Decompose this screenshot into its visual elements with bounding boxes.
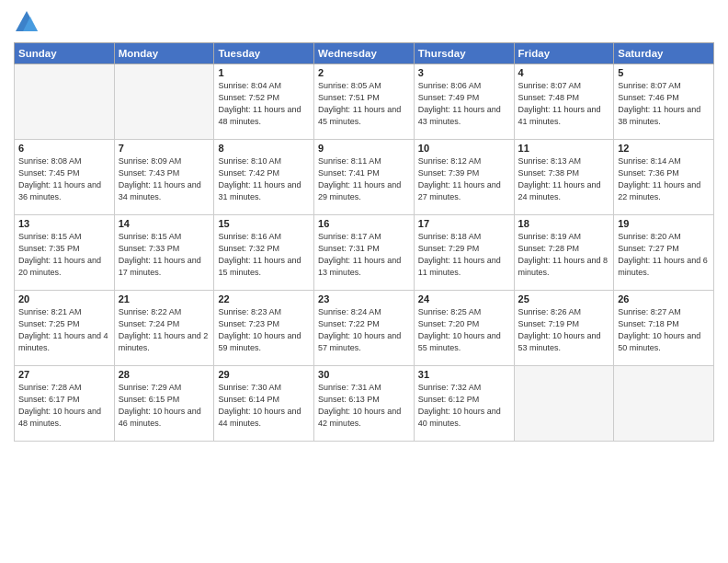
day-info: Sunrise: 8:27 AMSunset: 7:18 PMDaylight:…	[618, 306, 710, 354]
logo-icon	[14, 9, 40, 35]
calendar-cell: 29Sunrise: 7:30 AMSunset: 6:14 PMDayligh…	[214, 366, 314, 442]
day-info: Sunrise: 8:12 AMSunset: 7:39 PMDaylight:…	[418, 155, 510, 203]
day-info: Sunrise: 8:10 AMSunset: 7:42 PMDaylight:…	[218, 155, 310, 203]
calendar-cell: 17Sunrise: 8:18 AMSunset: 7:29 PMDayligh…	[414, 215, 514, 291]
day-info: Sunrise: 8:23 AMSunset: 7:23 PMDaylight:…	[218, 306, 310, 354]
day-number: 1	[218, 67, 310, 78]
calendar-cell: 1Sunrise: 8:04 AMSunset: 7:52 PMDaylight…	[214, 64, 314, 140]
calendar-cell: 23Sunrise: 8:24 AMSunset: 7:22 PMDayligh…	[314, 291, 415, 366]
weekday-header-friday: Friday	[514, 43, 614, 64]
calendar-cell: 15Sunrise: 8:16 AMSunset: 7:32 PMDayligh…	[214, 215, 314, 291]
day-number: 26	[618, 293, 710, 304]
day-number: 22	[218, 293, 310, 304]
day-number: 7	[119, 143, 210, 154]
day-info: Sunrise: 7:30 AMSunset: 6:14 PMDaylight:…	[218, 382, 310, 430]
day-info: Sunrise: 8:22 AMSunset: 7:24 PMDaylight:…	[119, 306, 210, 354]
week-row-3: 20Sunrise: 8:21 AMSunset: 7:25 PMDayligh…	[15, 291, 714, 366]
week-row-1: 6Sunrise: 8:08 AMSunset: 7:45 PMDaylight…	[15, 140, 714, 215]
calendar-cell: 21Sunrise: 8:22 AMSunset: 7:24 PMDayligh…	[114, 291, 214, 366]
calendar-cell	[114, 64, 214, 140]
logo	[14, 9, 43, 35]
day-number: 12	[618, 143, 710, 154]
calendar-cell: 26Sunrise: 8:27 AMSunset: 7:18 PMDayligh…	[614, 291, 714, 366]
day-number: 28	[119, 369, 210, 380]
day-info: Sunrise: 8:17 AMSunset: 7:31 PMDaylight:…	[318, 231, 410, 279]
week-row-2: 13Sunrise: 8:15 AMSunset: 7:35 PMDayligh…	[15, 215, 714, 291]
day-info: Sunrise: 8:18 AMSunset: 7:29 PMDaylight:…	[418, 231, 510, 279]
calendar-cell: 27Sunrise: 7:28 AMSunset: 6:17 PMDayligh…	[15, 366, 115, 442]
calendar-cell: 7Sunrise: 8:09 AMSunset: 7:43 PMDaylight…	[114, 140, 214, 215]
day-info: Sunrise: 7:28 AMSunset: 6:17 PMDaylight:…	[18, 382, 110, 430]
day-number: 8	[218, 143, 310, 154]
day-number: 9	[318, 143, 410, 154]
calendar-cell: 25Sunrise: 8:26 AMSunset: 7:19 PMDayligh…	[514, 291, 614, 366]
day-info: Sunrise: 8:25 AMSunset: 7:20 PMDaylight:…	[418, 306, 510, 354]
weekday-header-monday: Monday	[114, 43, 214, 64]
day-info: Sunrise: 8:16 AMSunset: 7:32 PMDaylight:…	[218, 231, 310, 279]
day-number: 4	[518, 67, 610, 78]
calendar-cell: 11Sunrise: 8:13 AMSunset: 7:38 PMDayligh…	[514, 140, 614, 215]
day-number: 13	[18, 218, 110, 229]
weekday-header-saturday: Saturday	[614, 43, 714, 64]
day-info: Sunrise: 8:19 AMSunset: 7:28 PMDaylight:…	[518, 231, 610, 279]
day-info: Sunrise: 8:07 AMSunset: 7:46 PMDaylight:…	[618, 80, 710, 128]
calendar-cell: 5Sunrise: 8:07 AMSunset: 7:46 PMDaylight…	[614, 64, 714, 140]
weekday-header-row: SundayMondayTuesdayWednesdayThursdayFrid…	[15, 43, 714, 64]
calendar-cell: 12Sunrise: 8:14 AMSunset: 7:36 PMDayligh…	[614, 140, 714, 215]
day-number: 11	[518, 143, 610, 154]
calendar-cell: 3Sunrise: 8:06 AMSunset: 7:49 PMDaylight…	[414, 64, 514, 140]
calendar-cell	[614, 366, 714, 442]
calendar-cell: 13Sunrise: 8:15 AMSunset: 7:35 PMDayligh…	[15, 215, 115, 291]
day-info: Sunrise: 8:14 AMSunset: 7:36 PMDaylight:…	[618, 155, 710, 203]
day-number: 25	[518, 293, 610, 304]
calendar-cell	[514, 366, 614, 442]
day-number: 20	[18, 293, 110, 304]
day-info: Sunrise: 7:31 AMSunset: 6:13 PMDaylight:…	[318, 382, 410, 430]
weekday-header-wednesday: Wednesday	[314, 43, 415, 64]
day-number: 10	[418, 143, 510, 154]
calendar-cell: 18Sunrise: 8:19 AMSunset: 7:28 PMDayligh…	[514, 215, 614, 291]
week-row-0: 1Sunrise: 8:04 AMSunset: 7:52 PMDaylight…	[15, 64, 714, 140]
calendar-cell: 30Sunrise: 7:31 AMSunset: 6:13 PMDayligh…	[314, 366, 415, 442]
calendar-cell: 10Sunrise: 8:12 AMSunset: 7:39 PMDayligh…	[414, 140, 514, 215]
day-info: Sunrise: 8:06 AMSunset: 7:49 PMDaylight:…	[418, 80, 510, 128]
day-info: Sunrise: 8:09 AMSunset: 7:43 PMDaylight:…	[119, 155, 210, 203]
calendar-cell: 24Sunrise: 8:25 AMSunset: 7:20 PMDayligh…	[414, 291, 514, 366]
calendar-cell: 6Sunrise: 8:08 AMSunset: 7:45 PMDaylight…	[15, 140, 115, 215]
day-number: 3	[418, 67, 510, 78]
day-info: Sunrise: 8:15 AMSunset: 7:35 PMDaylight:…	[18, 231, 110, 279]
day-info: Sunrise: 8:26 AMSunset: 7:19 PMDaylight:…	[518, 306, 610, 354]
day-info: Sunrise: 8:07 AMSunset: 7:48 PMDaylight:…	[518, 80, 610, 128]
day-number: 2	[318, 67, 410, 78]
day-info: Sunrise: 8:05 AMSunset: 7:51 PMDaylight:…	[318, 80, 410, 128]
day-number: 16	[318, 218, 410, 229]
day-number: 5	[618, 67, 710, 78]
day-number: 29	[218, 369, 310, 380]
day-info: Sunrise: 7:29 AMSunset: 6:15 PMDaylight:…	[119, 382, 210, 430]
day-number: 18	[518, 218, 610, 229]
header	[14, 9, 714, 35]
day-number: 24	[418, 293, 510, 304]
calendar-cell: 2Sunrise: 8:05 AMSunset: 7:51 PMDaylight…	[314, 64, 415, 140]
calendar-cell: 16Sunrise: 8:17 AMSunset: 7:31 PMDayligh…	[314, 215, 415, 291]
calendar-cell: 22Sunrise: 8:23 AMSunset: 7:23 PMDayligh…	[214, 291, 314, 366]
calendar-cell: 19Sunrise: 8:20 AMSunset: 7:27 PMDayligh…	[614, 215, 714, 291]
day-info: Sunrise: 8:11 AMSunset: 7:41 PMDaylight:…	[318, 155, 410, 203]
calendar-table: SundayMondayTuesdayWednesdayThursdayFrid…	[14, 42, 714, 442]
day-number: 17	[418, 218, 510, 229]
day-info: Sunrise: 8:24 AMSunset: 7:22 PMDaylight:…	[318, 306, 410, 354]
weekday-header-sunday: Sunday	[15, 43, 115, 64]
calendar-cell: 8Sunrise: 8:10 AMSunset: 7:42 PMDaylight…	[214, 140, 314, 215]
week-row-4: 27Sunrise: 7:28 AMSunset: 6:17 PMDayligh…	[15, 366, 714, 442]
calendar-cell	[15, 64, 115, 140]
day-number: 31	[418, 369, 510, 380]
page: SundayMondayTuesdayWednesdayThursdayFrid…	[0, 0, 728, 563]
calendar-cell: 31Sunrise: 7:32 AMSunset: 6:12 PMDayligh…	[414, 366, 514, 442]
calendar-cell: 9Sunrise: 8:11 AMSunset: 7:41 PMDaylight…	[314, 140, 415, 215]
day-number: 19	[618, 218, 710, 229]
calendar-cell: 14Sunrise: 8:15 AMSunset: 7:33 PMDayligh…	[114, 215, 214, 291]
day-info: Sunrise: 8:15 AMSunset: 7:33 PMDaylight:…	[119, 231, 210, 279]
day-info: Sunrise: 8:08 AMSunset: 7:45 PMDaylight:…	[18, 155, 110, 203]
day-number: 21	[119, 293, 210, 304]
weekday-header-tuesday: Tuesday	[214, 43, 314, 64]
